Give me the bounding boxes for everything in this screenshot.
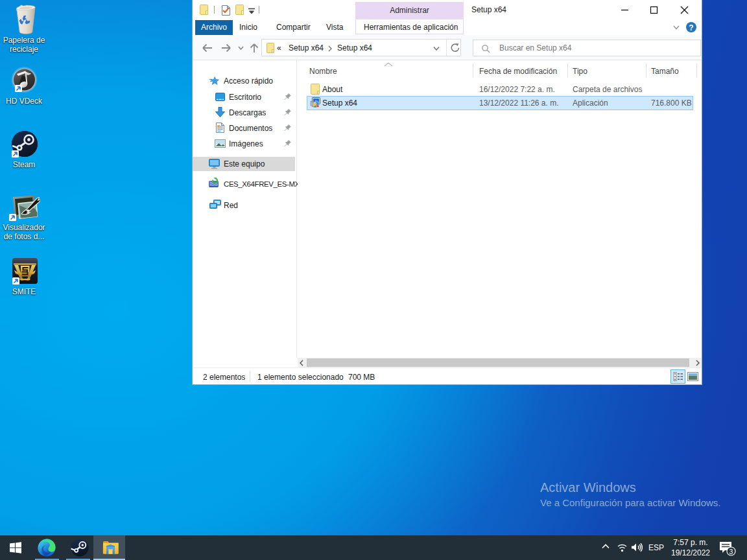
- svg-text:?: ?: [689, 23, 693, 32]
- svg-text:3: 3: [729, 548, 733, 555]
